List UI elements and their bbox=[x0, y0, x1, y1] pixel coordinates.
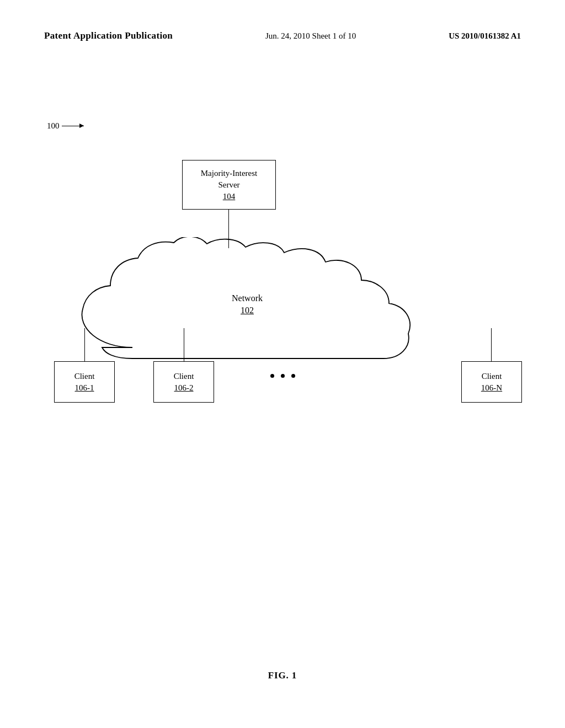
network-text: Network bbox=[232, 292, 263, 304]
dot-3 bbox=[291, 374, 295, 378]
header-right-label: US 2010/0161382 A1 bbox=[449, 31, 521, 41]
header: Patent Application Publication Jun. 24, … bbox=[0, 0, 565, 41]
client-n-box: Client 106-N bbox=[461, 361, 522, 403]
client-n-label: Client bbox=[482, 371, 502, 382]
ellipsis-dots bbox=[270, 374, 295, 378]
ref-100-arrow bbox=[62, 126, 84, 126]
client-1-box: Client 106-1 bbox=[54, 361, 115, 403]
client-2-box: Client 106-2 bbox=[153, 361, 214, 403]
server-ref-num: 104 bbox=[223, 191, 236, 202]
ref-100-label: 100 bbox=[47, 121, 84, 131]
dot-2 bbox=[281, 374, 285, 378]
figure-caption: FIG. 1 bbox=[268, 670, 297, 681]
server-label: Majority-InterestServer bbox=[201, 168, 257, 191]
client-2-label: Client bbox=[174, 371, 194, 382]
line-cloud-to-clientn bbox=[491, 328, 492, 361]
server-box: Majority-InterestServer 104 bbox=[182, 160, 276, 210]
line-cloud-to-client2 bbox=[184, 328, 184, 361]
dot-1 bbox=[270, 374, 274, 378]
client-1-ref-num: 106-1 bbox=[75, 382, 94, 394]
patent-page: Patent Application Publication Jun. 24, … bbox=[0, 0, 565, 728]
network-label: Network 102 bbox=[232, 292, 263, 317]
diagram-area: 100 Majority-InterestServer 104 Network … bbox=[0, 77, 565, 574]
client-n-ref-num: 106-N bbox=[481, 382, 502, 394]
header-center-label: Jun. 24, 2010 Sheet 1 of 10 bbox=[265, 31, 356, 41]
header-left-label: Patent Application Publication bbox=[44, 30, 173, 41]
line-cloud-to-client1 bbox=[84, 328, 85, 361]
client-2-ref-num: 106-2 bbox=[174, 382, 194, 394]
ref-100-text: 100 bbox=[47, 121, 60, 131]
network-ref-num: 102 bbox=[232, 304, 263, 317]
client-1-label: Client bbox=[74, 371, 95, 382]
